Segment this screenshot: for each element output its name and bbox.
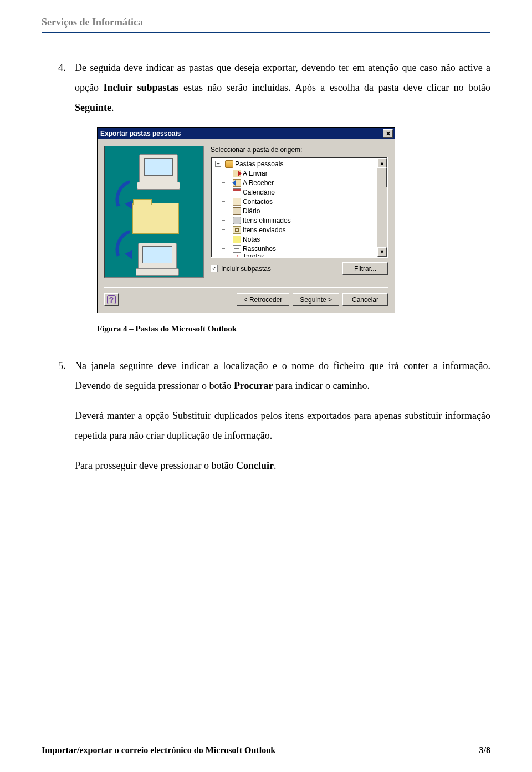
tree-item[interactable]: Itens enviados [214,225,387,234]
dialog-titlebar: Exportar pastas pessoais ✕ [98,128,395,139]
sent-icon [233,226,241,234]
cancel-button[interactable]: Cancelar [342,293,388,306]
bold-text: Incluir subpastas [103,82,178,93]
tree-label: Contactos [243,198,273,206]
help-button[interactable]: ? [104,293,119,306]
scroll-up-button[interactable]: ▲ [377,158,387,167]
tree-label: A Receber [243,179,274,187]
deleted-icon [233,217,241,224]
tree-label: Itens eliminados [243,217,291,224]
header-rule [42,32,490,33]
tree-label: Calendário [243,188,275,196]
scroll-down-button[interactable]: ▼ [377,247,387,257]
tree-item[interactable]: Tarefas [214,253,387,258]
close-button[interactable]: ✕ [383,129,393,138]
tree-label: Pastas pessoais [235,160,283,168]
folder-root-icon [225,160,233,168]
inbox-icon [233,179,241,187]
tree-item[interactable]: Diário [214,206,387,216]
tree-label: Rascunhos [243,245,276,253]
filter-button[interactable]: Filtrar... [342,262,388,275]
text: . [274,460,277,471]
calendar-icon [233,188,241,196]
tree-item[interactable]: Rascunhos [214,244,387,253]
bold-text: Concluir [236,460,274,471]
export-dialog: Exportar pastas pessoais ✕ Seleccionar a… [97,127,395,313]
paragraph: Deverá manter a opção Substituir duplica… [75,406,490,446]
tree-root[interactable]: − Pastas pessoais [214,159,387,168]
tree-label: Tarefas [243,253,264,258]
tree-item[interactable]: Itens eliminados [214,216,387,225]
tasks-icon [233,253,241,258]
item-number: 5. [58,356,75,396]
tree-label: A Enviar [243,170,268,177]
page-header: Serviços de Informática [42,17,490,28]
footer-title: Importar/exportar o correio electrónico … [42,745,275,755]
dialog-title: Exportar pastas pessoais [100,130,181,137]
item-text: Na janela seguinte deve indicar a locali… [75,356,490,396]
scrollbar[interactable]: ▲ ▼ [377,158,387,257]
prompt-label: Seleccionar a pasta de origem: [211,146,388,154]
item-number: 4. [58,58,75,117]
text: . [111,102,114,113]
footer-rule [42,742,490,742]
tree-item[interactable]: A Receber [214,178,387,187]
figure-caption: Figura 4 – Pastas do Microsoft Outlook [97,324,490,334]
contacts-icon [233,198,241,206]
tree-item[interactable]: Notas [214,234,387,244]
outbox-icon [233,170,241,177]
drafts-icon [233,245,241,253]
tree-expander-icon[interactable]: − [215,161,221,167]
tree-label: Notas [243,236,260,243]
checkbox-label: Incluir subpastas [221,265,271,273]
paragraph: Para prosseguir deve pressionar o botão … [75,456,490,476]
tree-label: Itens enviados [243,226,285,234]
bold-text: Seguinte [75,102,111,113]
wizard-illustration [104,146,204,278]
scroll-thumb[interactable] [377,167,387,187]
list-item: 5. Na janela seguinte deve indicar a loc… [58,356,490,396]
tree-label: Diário [243,207,260,215]
tree-item[interactable]: A Enviar [214,168,387,178]
bold-text: Procurar [234,380,273,391]
journal-icon [233,207,241,215]
page-number: 3/8 [479,745,490,755]
include-subfolders-checkbox[interactable]: ✓ [211,265,218,272]
tree-item[interactable]: Calendário [214,187,387,197]
text: Para prosseguir deve pressionar o botão [75,460,236,471]
folder-tree[interactable]: − Pastas pessoais A Enviar A Receber Cal… [211,157,388,258]
help-icon: ? [107,295,116,304]
back-button[interactable]: < Retroceder [237,293,290,306]
notes-icon [233,236,241,243]
text: estas não serão incluídas. Após a escolh… [179,82,490,93]
dialog-screenshot: Exportar pastas pessoais ✕ Seleccionar a… [97,127,490,313]
item-text: De seguida deve indicar as pastas que de… [75,58,490,117]
list-item: 4. De seguida deve indicar as pastas que… [58,58,490,117]
page-footer: Importar/exportar o correio electrónico … [42,742,490,755]
tree-item[interactable]: Contactos [214,197,387,206]
text: para indicar o caminho. [273,380,370,391]
next-button[interactable]: Seguinte > [293,293,339,306]
